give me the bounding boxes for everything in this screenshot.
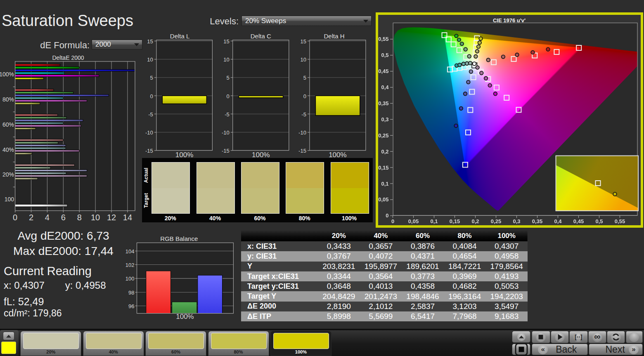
svg-text:15: 15 [300,38,306,45]
svg-text:0: 0 [386,212,388,219]
svg-text:Delta H: Delta H [324,33,344,40]
svg-text:10: 10 [147,57,153,63]
svg-text:8: 8 [77,213,82,222]
svg-text:0,35: 0,35 [532,218,542,224]
svg-text:0,45: 0,45 [573,218,583,224]
svg-text:10: 10 [300,57,306,63]
svg-text:0,25: 0,25 [378,132,388,139]
svg-text:98: 98 [128,290,134,296]
svg-text:100: 100 [5,196,14,203]
svg-text:14: 14 [123,213,132,222]
svg-text:2: 2 [29,213,33,222]
svg-text:RGB Balance: RGB Balance [160,235,198,242]
svg-text:-10: -10 [145,130,153,136]
svg-text:-5: -5 [148,111,153,118]
svg-text:40%: 40% [2,146,14,153]
svg-text:12: 12 [107,213,116,222]
svg-text:-5: -5 [301,111,306,118]
svg-text:96: 96 [128,303,134,309]
svg-text:-15: -15 [145,148,153,154]
svg-text:-15: -15 [222,148,230,154]
svg-text:0,45: 0,45 [378,68,388,74]
svg-text:0: 0 [226,93,229,99]
svg-text:5: 5 [226,75,229,81]
svg-text:0: 0 [13,213,17,222]
svg-text:100: 100 [125,276,135,282]
svg-text:0,4: 0,4 [381,84,389,90]
svg-text:0,5: 0,5 [595,218,603,224]
svg-text:10: 10 [223,57,229,63]
svg-text:-5: -5 [225,111,230,118]
svg-text:0,3: 0,3 [513,218,520,224]
svg-text:5: 5 [303,75,306,81]
svg-text:5: 5 [150,75,153,81]
svg-text:0,55: 0,55 [378,36,388,42]
svg-text:100%: 100% [176,313,194,321]
svg-text:102: 102 [125,262,135,268]
svg-text:Delta L: Delta L [170,33,190,40]
svg-text:0,05: 0,05 [378,196,388,203]
svg-text:-10: -10 [222,130,230,136]
svg-text:0,05: 0,05 [408,218,418,224]
svg-text:-15: -15 [298,148,306,154]
svg-text:DeltaE 2000: DeltaE 2000 [52,54,84,61]
svg-text:Delta C: Delta C [251,33,271,40]
svg-text:0,55: 0,55 [614,218,625,224]
svg-text:10: 10 [91,213,100,222]
svg-text:0,3: 0,3 [381,116,388,123]
svg-text:0,15: 0,15 [378,165,388,171]
svg-text:80%: 80% [2,96,14,103]
svg-text:60%: 60% [2,121,14,128]
svg-text:-10: -10 [298,130,306,136]
svg-text:0: 0 [391,218,394,224]
svg-text:15: 15 [223,38,229,45]
svg-text:0: 0 [303,93,306,99]
svg-text:0,2: 0,2 [381,149,388,155]
svg-text:0,35: 0,35 [378,100,388,106]
svg-text:0,1: 0,1 [430,218,438,224]
svg-text:0,25: 0,25 [490,218,501,224]
svg-text:0,15: 0,15 [449,218,459,224]
svg-text:100%: 100% [0,71,14,78]
svg-text:0,4: 0,4 [554,218,562,224]
svg-text:0,5: 0,5 [381,52,388,58]
svg-text:104: 104 [125,248,135,255]
svg-text:0,2: 0,2 [471,218,479,224]
svg-text:0: 0 [150,93,153,99]
svg-text:0,1: 0,1 [381,181,388,187]
svg-text:4: 4 [45,213,50,222]
svg-text:20%: 20% [2,171,14,178]
svg-text:15: 15 [147,38,153,45]
svg-text:6: 6 [61,213,66,222]
